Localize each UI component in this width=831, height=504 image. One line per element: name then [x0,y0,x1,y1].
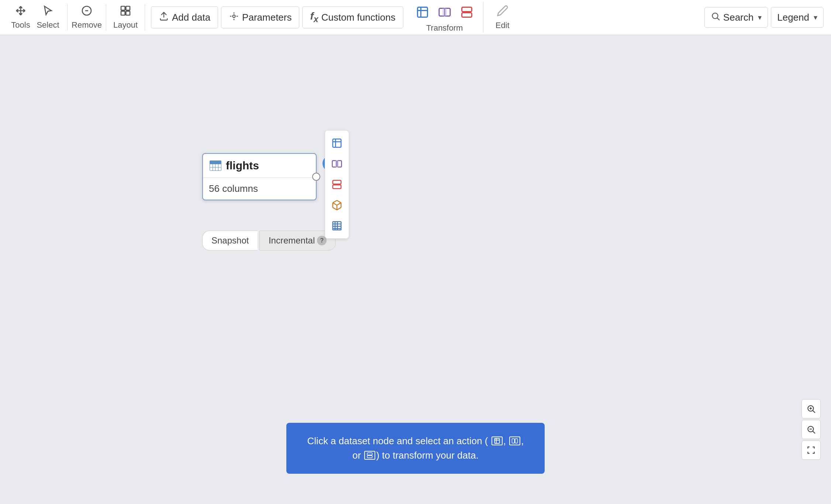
zoom-fit-button[interactable] [801,441,821,460]
layout-group: Layout [112,4,145,31]
tools-group: Tools Select [7,4,68,31]
svg-rect-18 [333,180,341,184]
edit-button[interactable]: Edit [489,4,516,31]
remove-tool-button[interactable]: Remove [73,4,100,31]
svg-rect-22 [494,438,500,443]
svg-rect-23 [512,439,515,443]
search-button[interactable]: Search ▾ [704,7,768,28]
layout-label: Layout [113,20,138,30]
zoom-in-button[interactable] [801,399,821,418]
parameters-button[interactable]: Parameters [221,6,299,28]
side-pivot-button[interactable] [327,134,346,153]
svg-rect-6 [417,7,427,17]
svg-rect-17 [335,160,339,167]
node-header: flights [203,154,316,178]
add-data-icon [159,11,169,24]
select-tool-button[interactable]: Select [35,4,61,31]
side-union-button[interactable] [327,175,346,194]
tools-label: Tools [11,20,30,30]
custom-functions-button[interactable]: fx Custom functions [302,6,403,28]
side-join-button[interactable] [327,154,346,173]
edit-icon [497,5,508,19]
search-label: Search [723,12,754,23]
fx-icon: fx [310,10,318,24]
svg-rect-26 [368,456,373,458]
tooltip-icon-3 [364,451,375,460]
svg-rect-25 [368,453,373,455]
parameters-label: Parameters [242,12,292,23]
tooltip-icon-1 [492,436,503,445]
svg-rect-11 [462,13,472,17]
add-data-button[interactable]: Add data [151,6,218,28]
svg-rect-4 [126,11,130,15]
zoom-controls [801,399,821,460]
canvas: flights 56 columns Snapshot Incremental … [0,35,831,504]
move-tool-button[interactable]: Tools [7,4,34,31]
svg-rect-2 [126,6,130,10]
remove-group: Remove [73,4,106,31]
remove-icon [81,5,93,19]
toolbar: Tools Select Remove [0,0,831,35]
svg-rect-19 [333,185,341,189]
parameters-icon [229,11,239,24]
svg-point-5 [233,15,235,17]
transform-pivot-button[interactable] [412,2,433,23]
node-tabs: Snapshot Incremental ? [202,231,336,251]
svg-rect-14 [333,139,341,148]
node-connector [312,173,320,181]
cursor-icon [42,5,54,19]
svg-rect-3 [121,11,125,15]
transform-label: Transform [426,23,463,33]
edit-label: Edit [496,21,510,30]
legend-chevron-icon: ▾ [814,13,817,22]
select-label: Select [37,20,59,30]
side-package-button[interactable] [327,196,346,215]
svg-rect-24 [515,439,518,443]
svg-rect-9 [442,8,447,16]
side-grid-button[interactable] [327,216,346,235]
transform-union-button[interactable] [456,2,477,23]
transform-icons [412,2,477,23]
svg-point-13 [712,13,718,18]
custom-functions-label: Custom functions [321,12,396,23]
node-body: 56 columns [203,178,316,200]
svg-rect-1 [121,6,125,10]
add-data-label: Add data [172,12,210,23]
snapshot-tab-button[interactable]: Snapshot [202,231,258,251]
bottom-tooltip: Click a dataset node and select an actio… [286,423,545,474]
transform-group: Transform [406,2,483,33]
node-table-icon [209,159,222,172]
svg-rect-10 [462,7,472,12]
move-icon [15,5,27,19]
legend-label: Legend [777,12,809,23]
legend-button[interactable]: Legend ▾ [771,7,824,28]
flights-node[interactable]: flights 56 columns [202,153,317,200]
node-title: flights [226,159,259,172]
side-panel [325,130,349,239]
search-icon [711,11,720,24]
node-columns-text: 56 columns [209,183,258,194]
layout-icon [120,5,131,19]
tooltip-icon-2 [509,436,520,445]
remove-label: Remove [72,20,102,30]
search-chevron-icon: ▾ [758,13,762,22]
transform-join-button[interactable] [434,2,455,23]
tooltip-text: Click a dataset node and select an actio… [307,435,524,461]
layout-tool-button[interactable]: Layout [112,4,139,31]
zoom-out-button[interactable] [801,420,821,439]
